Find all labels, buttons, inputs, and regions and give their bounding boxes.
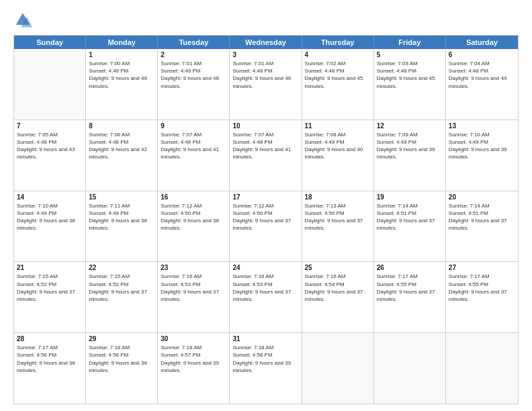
calendar-cell: 1Sunrise: 7:00 AMSunset: 4:49 PMDaylight… (86, 49, 158, 120)
day-info: Sunrise: 7:11 AMSunset: 4:49 PMDaylight:… (89, 202, 154, 232)
day-number: 4 (305, 51, 371, 58)
day-number: 3 (232, 51, 298, 58)
day-number: 15 (89, 193, 154, 201)
calendar-cell: 7Sunrise: 7:05 AMSunset: 4:48 PMDaylight… (14, 120, 86, 191)
calendar-cell (14, 49, 86, 120)
day-number: 31 (232, 335, 298, 342)
day-info: Sunrise: 7:10 AMSunset: 4:49 PMDaylight:… (449, 131, 515, 161)
day-number: 8 (89, 122, 154, 130)
calendar-row: 14Sunrise: 7:10 AMSunset: 4:49 PMDayligh… (14, 191, 518, 263)
calendar-cell: 22Sunrise: 7:15 AMSunset: 4:52 PMDayligh… (86, 262, 158, 332)
day-number: 2 (161, 51, 226, 58)
weekday-header: Tuesday (158, 36, 230, 49)
calendar-cell: 31Sunrise: 7:18 AMSunset: 4:58 PMDayligh… (230, 333, 302, 404)
day-info: Sunrise: 7:02 AMSunset: 4:48 PMDaylight:… (305, 60, 371, 90)
day-info: Sunrise: 7:12 AMSunset: 4:50 PMDaylight:… (232, 202, 298, 232)
calendar: SundayMondayTuesdayWednesdayThursdayFrid… (13, 35, 519, 404)
calendar-cell: 17Sunrise: 7:12 AMSunset: 4:50 PMDayligh… (230, 191, 302, 262)
day-info: Sunrise: 7:13 AMSunset: 4:50 PMDaylight:… (305, 202, 371, 232)
calendar-cell (374, 333, 446, 404)
day-number: 30 (161, 335, 226, 342)
calendar-cell: 11Sunrise: 7:08 AMSunset: 4:49 PMDayligh… (302, 120, 374, 191)
day-number: 10 (232, 122, 298, 130)
calendar-cell: 3Sunrise: 7:01 AMSunset: 4:48 PMDaylight… (230, 49, 302, 120)
day-number: 7 (17, 122, 83, 130)
day-number: 21 (17, 264, 83, 271)
day-info: Sunrise: 7:10 AMSunset: 4:49 PMDaylight:… (17, 202, 83, 232)
calendar-cell: 18Sunrise: 7:13 AMSunset: 4:50 PMDayligh… (302, 191, 374, 262)
day-info: Sunrise: 7:06 AMSunset: 4:48 PMDaylight:… (89, 131, 154, 161)
weekday-header: Friday (374, 36, 446, 49)
calendar-cell: 9Sunrise: 7:07 AMSunset: 4:48 PMDaylight… (158, 120, 230, 191)
day-info: Sunrise: 7:07 AMSunset: 4:48 PMDaylight:… (161, 131, 226, 161)
day-info: Sunrise: 7:14 AMSunset: 4:51 PMDaylight:… (377, 202, 443, 232)
calendar-header: SundayMondayTuesdayWednesdayThursdayFrid… (14, 36, 518, 49)
calendar-cell: 15Sunrise: 7:11 AMSunset: 4:49 PMDayligh… (86, 191, 158, 262)
day-info: Sunrise: 7:15 AMSunset: 4:52 PMDaylight:… (89, 273, 154, 303)
day-number: 1 (89, 51, 154, 58)
day-info: Sunrise: 7:16 AMSunset: 4:53 PMDaylight:… (161, 273, 226, 303)
day-info: Sunrise: 7:18 AMSunset: 4:58 PMDaylight:… (232, 344, 298, 374)
calendar-cell: 28Sunrise: 7:17 AMSunset: 4:56 PMDayligh… (14, 333, 86, 404)
day-number: 18 (305, 193, 371, 201)
day-info: Sunrise: 7:07 AMSunset: 4:48 PMDaylight:… (232, 131, 298, 161)
day-info: Sunrise: 7:03 AMSunset: 4:48 PMDaylight:… (377, 60, 443, 90)
day-number: 25 (305, 264, 371, 271)
calendar-cell: 5Sunrise: 7:03 AMSunset: 4:48 PMDaylight… (374, 49, 446, 120)
calendar-row: 1Sunrise: 7:00 AMSunset: 4:49 PMDaylight… (14, 49, 518, 120)
calendar-cell: 6Sunrise: 7:04 AMSunset: 4:48 PMDaylight… (446, 49, 518, 120)
day-info: Sunrise: 7:08 AMSunset: 4:49 PMDaylight:… (305, 131, 371, 161)
day-number: 29 (89, 335, 154, 342)
calendar-cell: 16Sunrise: 7:12 AMSunset: 4:50 PMDayligh… (158, 191, 230, 262)
day-number: 11 (305, 122, 371, 130)
calendar-cell: 8Sunrise: 7:06 AMSunset: 4:48 PMDaylight… (86, 120, 158, 191)
weekday-header: Wednesday (230, 36, 302, 49)
day-info: Sunrise: 7:09 AMSunset: 4:49 PMDaylight:… (377, 131, 443, 161)
day-number: 26 (377, 264, 443, 271)
day-number: 27 (449, 264, 515, 271)
calendar-cell: 24Sunrise: 7:16 AMSunset: 4:53 PMDayligh… (230, 262, 302, 332)
logo (13, 11, 35, 30)
day-number: 20 (449, 193, 515, 201)
calendar-cell: 20Sunrise: 7:14 AMSunset: 4:51 PMDayligh… (446, 191, 518, 262)
day-info: Sunrise: 7:14 AMSunset: 4:51 PMDaylight:… (449, 202, 515, 232)
calendar-row: 21Sunrise: 7:15 AMSunset: 4:52 PMDayligh… (14, 262, 518, 333)
calendar-cell (446, 333, 518, 404)
page: SundayMondayTuesdayWednesdayThursdayFrid… (0, 0, 532, 411)
calendar-cell: 13Sunrise: 7:10 AMSunset: 4:49 PMDayligh… (446, 120, 518, 191)
day-number: 13 (449, 122, 515, 130)
calendar-row: 28Sunrise: 7:17 AMSunset: 4:56 PMDayligh… (14, 333, 518, 404)
day-info: Sunrise: 7:01 AMSunset: 4:49 PMDaylight:… (161, 60, 226, 90)
calendar-cell (302, 333, 374, 404)
weekday-header: Thursday (302, 36, 374, 49)
day-number: 14 (17, 193, 83, 201)
logo-icon (13, 11, 32, 30)
day-info: Sunrise: 7:04 AMSunset: 4:48 PMDaylight:… (449, 60, 515, 90)
day-number: 22 (89, 264, 154, 271)
day-number: 24 (232, 264, 298, 271)
day-number: 16 (161, 193, 226, 201)
calendar-cell: 12Sunrise: 7:09 AMSunset: 4:49 PMDayligh… (374, 120, 446, 191)
day-info: Sunrise: 7:16 AMSunset: 4:54 PMDaylight:… (305, 273, 371, 303)
calendar-cell: 23Sunrise: 7:16 AMSunset: 4:53 PMDayligh… (158, 262, 230, 332)
calendar-cell: 14Sunrise: 7:10 AMSunset: 4:49 PMDayligh… (14, 191, 86, 262)
weekday-header: Saturday (446, 36, 518, 49)
calendar-cell: 4Sunrise: 7:02 AMSunset: 4:48 PMDaylight… (302, 49, 374, 120)
day-info: Sunrise: 7:12 AMSunset: 4:50 PMDaylight:… (161, 202, 226, 232)
day-info: Sunrise: 7:16 AMSunset: 4:53 PMDaylight:… (232, 273, 298, 303)
calendar-cell: 21Sunrise: 7:15 AMSunset: 4:52 PMDayligh… (14, 262, 86, 332)
day-info: Sunrise: 7:00 AMSunset: 4:49 PMDaylight:… (89, 60, 154, 90)
day-info: Sunrise: 7:15 AMSunset: 4:52 PMDaylight:… (17, 273, 83, 303)
calendar-cell: 25Sunrise: 7:16 AMSunset: 4:54 PMDayligh… (302, 262, 374, 332)
calendar-cell: 29Sunrise: 7:18 AMSunset: 4:56 PMDayligh… (86, 333, 158, 404)
weekday-header: Monday (86, 36, 158, 49)
day-info: Sunrise: 7:01 AMSunset: 4:48 PMDaylight:… (232, 60, 298, 90)
day-number: 17 (232, 193, 298, 201)
day-number: 5 (377, 51, 443, 58)
calendar-cell: 27Sunrise: 7:17 AMSunset: 4:55 PMDayligh… (446, 262, 518, 332)
day-number: 28 (17, 335, 83, 342)
day-info: Sunrise: 7:17 AMSunset: 4:56 PMDaylight:… (17, 344, 83, 374)
calendar-body: 1Sunrise: 7:00 AMSunset: 4:49 PMDaylight… (14, 49, 518, 404)
day-info: Sunrise: 7:18 AMSunset: 4:57 PMDaylight:… (161, 344, 226, 374)
day-number: 6 (449, 51, 515, 58)
